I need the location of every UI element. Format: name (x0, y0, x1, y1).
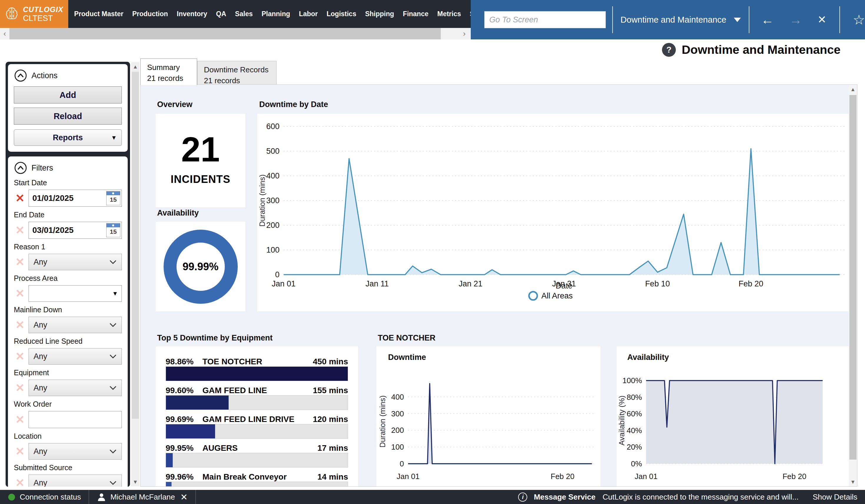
top5-downtime-mins: 120 mins (313, 414, 348, 424)
sidebar-scroll-up-button[interactable]: ▲ (131, 62, 139, 71)
svg-text:300: 300 (391, 409, 404, 418)
dropdown-caret-icon (734, 17, 741, 22)
reduced-line-speed-select[interactable]: Any (28, 348, 122, 365)
divider (839, 6, 840, 33)
close-screen-button[interactable]: ✕ (818, 14, 827, 25)
filter-label-location: Location (14, 432, 122, 441)
equipment-value: Any (34, 384, 47, 392)
svg-text:40%: 40% (627, 426, 642, 435)
add-button[interactable]: Add (14, 86, 122, 104)
top5-bar-fill (166, 367, 348, 381)
main-menu: Product MasterProductionInventoryQASales… (74, 0, 471, 28)
go-to-screen-input[interactable] (484, 11, 606, 28)
scroll-right-button[interactable]: › (460, 28, 469, 39)
top5-availability-pct: 99.96% (166, 472, 194, 482)
clear-end-date-icon[interactable]: ✕ (14, 225, 26, 236)
availability-section-label: Availability (157, 209, 199, 218)
svg-text:200: 200 (266, 221, 279, 230)
end-date-calendar-icon[interactable]: 15 (106, 223, 120, 237)
clear-equipment-icon[interactable]: ✕ (14, 382, 26, 394)
tab-downtime-records[interactable]: Downtime Records 21 records (197, 61, 277, 85)
content-scroll-up-button[interactable]: ▲ (849, 85, 857, 94)
svg-text:Jan 21: Jan 21 (459, 279, 483, 288)
svg-text:Jan 01: Jan 01 (635, 472, 658, 481)
start-date-calendar-icon[interactable]: 15 (106, 191, 120, 205)
menu-item-finance[interactable]: Finance (403, 10, 428, 18)
equipment-select[interactable]: Any (28, 379, 122, 396)
svg-text:0%: 0% (631, 459, 642, 468)
submitted-source-value: Any (34, 478, 47, 488)
mainline-down-select[interactable]: Any (28, 317, 122, 333)
horizontal-scrollbar-thumb[interactable] (9, 28, 441, 39)
sidebar-scroll-down-button[interactable]: ▼ (131, 478, 139, 487)
divider (89, 490, 89, 504)
svg-text:60%: 60% (627, 409, 642, 418)
collapse-filters-icon[interactable] (14, 161, 27, 175)
divider (749, 6, 749, 33)
work-order-input[interactable] (28, 411, 122, 428)
tab-summary-label: Summary (147, 62, 197, 73)
incident-caption: INCIDENTS (155, 173, 245, 186)
menu-item-shipping[interactable]: Shipping (365, 10, 394, 18)
clear-work-order-icon[interactable]: ✕ (14, 414, 26, 425)
content-scrollbar-thumb[interactable] (850, 95, 856, 460)
filter-label-submitted-source: Submitted Source (14, 464, 122, 472)
top5-equipment-name: AUGERS (203, 443, 309, 453)
filters-title: Filters (32, 164, 53, 173)
help-icon[interactable]: ? (662, 43, 676, 57)
summary-tab-content: Overview 21 INCIDENTS Availability 99.99… (140, 84, 857, 487)
process-area-select[interactable]: ▼ (28, 285, 122, 302)
incident-count: 21 (155, 132, 245, 167)
toe-notcher-downtime-chart: 0100200300400Jan 01Feb 20Duration (mins) (376, 365, 600, 487)
location-chevron-icon (109, 449, 117, 454)
menu-item-planning[interactable]: Planning (262, 10, 290, 18)
top5-equipment-name: TOE NOTCHER (203, 357, 304, 366)
top5-equipment-name: Main Break Conveyor (203, 472, 309, 482)
clear-process-area-icon[interactable]: ✕ (14, 288, 26, 299)
menu-item-sales[interactable]: Sales (235, 10, 253, 18)
clear-location-icon[interactable]: ✕ (14, 446, 26, 457)
mainline-down-chevron-icon (109, 323, 117, 327)
equipment-section-label: TOE NOTCHER (378, 333, 436, 342)
app-logo[interactable]: CUTLOGIX CLTEST (0, 0, 68, 28)
clear-start-date-icon[interactable]: ✕ (14, 192, 26, 204)
clear-mainline-down-icon[interactable]: ✕ (14, 319, 26, 330)
availability-value: 99.99% (182, 260, 218, 273)
forward-arrow-button[interactable]: → (789, 13, 802, 26)
svg-text:300: 300 (266, 196, 279, 205)
clear-reduced-line-speed-icon[interactable]: ✕ (14, 351, 26, 362)
reports-dropdown-button[interactable]: Reports ▼ (14, 129, 122, 146)
collapse-actions-icon[interactable] (14, 69, 27, 82)
screen-selector-dropdown[interactable]: Downtime and Maintenance (621, 15, 741, 25)
svg-text:600: 600 (266, 122, 279, 131)
menu-item-logistics[interactable]: Logistics (326, 10, 356, 18)
location-select[interactable]: Any (28, 443, 122, 460)
actions-title: Actions (32, 71, 58, 80)
top5-row-augers: 99.95%AUGERS17 mins (166, 443, 348, 468)
sidebar-scrollbar-thumb[interactable] (132, 72, 139, 419)
menu-item-inventory[interactable]: Inventory (177, 10, 207, 18)
logout-user-button[interactable]: ✕ (180, 492, 188, 502)
toe-availability-title: Availability (627, 353, 669, 362)
menu-item-product-master[interactable]: Product Master (74, 10, 123, 18)
clear-reason-1-icon[interactable]: ✕ (14, 256, 26, 268)
show-details-link[interactable]: Show Details (812, 493, 857, 502)
tab-summary[interactable]: Summary 21 records (140, 59, 197, 85)
logged-in-user: Michael McFarlane (110, 493, 175, 502)
menu-item-production[interactable]: Production (132, 10, 168, 18)
menu-item-labor[interactable]: Labor (299, 10, 318, 18)
svg-text:20%: 20% (627, 443, 642, 452)
top5-bar-track (166, 366, 348, 381)
content-scroll-down-button[interactable]: ▼ (849, 478, 857, 487)
tab-summary-records: 21 records (147, 73, 197, 83)
menu-item-metrics[interactable]: Metrics (437, 10, 461, 18)
filter-label-work-order: Work Order (14, 400, 122, 408)
back-arrow-button[interactable]: ← (761, 13, 774, 26)
favorite-star-button[interactable]: ☆ (853, 13, 865, 26)
svg-text:100: 100 (391, 443, 404, 452)
menu-item-qa[interactable]: QA (216, 10, 226, 18)
scroll-left-button[interactable]: ‹ (0, 28, 9, 39)
svg-text:Jan 01: Jan 01 (396, 472, 419, 481)
reload-button[interactable]: Reload (14, 108, 122, 125)
reason-1-select[interactable]: Any (28, 254, 122, 270)
